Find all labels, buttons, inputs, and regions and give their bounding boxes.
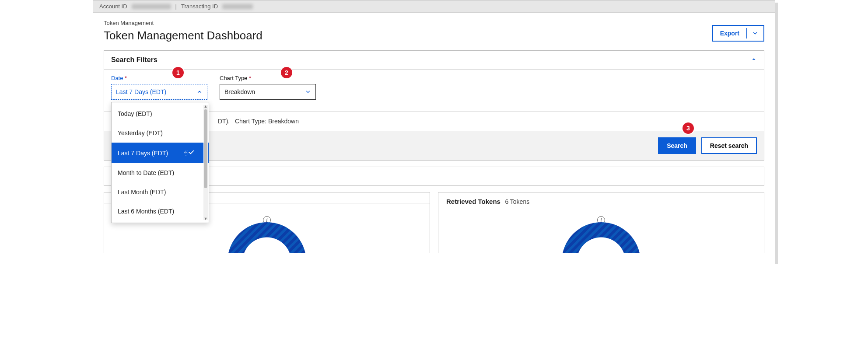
scrollbar-thumb[interactable] <box>204 109 207 188</box>
chart-type-caret <box>305 89 311 95</box>
triangle-up-icon <box>751 56 757 62</box>
account-id-label: Account ID <box>99 3 127 10</box>
search-filters-header[interactable]: Search Filters <box>104 51 764 69</box>
date-option-lastmonth[interactable]: Last Month (EDT) <box>112 182 209 202</box>
summary-date-fragment: DT), <box>218 118 230 125</box>
date-field: 1 Date Last 7 Days (EDT) Today (EDT) Yes… <box>111 75 207 100</box>
card-divider <box>438 211 764 211</box>
retrieved-tokens-title: Retrieved Tokens <box>446 198 500 205</box>
callout-3: 3 <box>682 122 694 134</box>
retrieved-tokens-card: Retrieved Tokens 6 Tokens i <box>438 192 764 253</box>
date-option-yesterday[interactable]: Yesterday (EDT) <box>112 123 209 143</box>
chevron-up-icon <box>196 89 203 95</box>
search-filters-title: Search Filters <box>111 56 158 64</box>
donut-chart-right <box>562 222 640 253</box>
export-button-label: Export <box>713 30 746 37</box>
chart-type-label: Chart Type <box>220 75 316 81</box>
dropdown-scrollbar[interactable]: ▲ ▼ <box>203 105 208 220</box>
date-option-last7-label: Last 7 Days (EDT) <box>118 150 168 157</box>
scroll-arrow-up-icon[interactable]: ▲ <box>203 104 208 108</box>
transacting-id-value-redacted <box>222 4 253 9</box>
filter-fields-row: 1 Date Last 7 Days (EDT) Today (EDT) Yes… <box>111 75 757 100</box>
account-bar: Account ID | Transacting ID <box>93 0 775 13</box>
date-option-mtd[interactable]: Month to Date (EDT) <box>112 163 209 182</box>
date-dropdown: Today (EDT) Yesterday (EDT) Last 7 Days … <box>111 102 209 223</box>
reset-search-button[interactable]: Reset search <box>701 137 757 154</box>
search-filters-panel: Search Filters 1 Date Last 7 Days (EDT) <box>104 50 764 161</box>
chart-type-field: 2 Chart Type Breakdown <box>220 75 316 100</box>
chevron-down-icon <box>752 30 758 36</box>
date-label: Date <box>111 75 207 81</box>
date-option-last6m[interactable]: Last 6 Months (EDT) <box>112 202 209 221</box>
export-caret[interactable] <box>747 30 763 36</box>
callout-2: 2 <box>281 67 292 78</box>
collapse-caret[interactable] <box>751 56 757 64</box>
date-select[interactable]: Last 7 Days (EDT) <box>111 84 207 100</box>
date-select-caret <box>196 89 203 95</box>
account-id-value-redacted <box>132 4 171 9</box>
chart-type-select[interactable]: Breakdown <box>220 84 316 100</box>
export-button[interactable]: Export <box>712 25 764 42</box>
chevron-down-icon <box>305 89 311 95</box>
chart-type-select-value: Breakdown <box>224 88 255 95</box>
donut-chart-left <box>228 222 306 253</box>
callout-1: 1 <box>172 67 184 78</box>
cursor-icon <box>183 150 190 158</box>
summary-chart-key: Chart Type <box>235 118 265 125</box>
page-title: Token Management Dashboard <box>104 29 764 42</box>
app-window: Account ID | Transacting ID Export Token… <box>93 0 775 264</box>
search-button[interactable]: Search <box>658 137 696 154</box>
breadcrumb: Token Management <box>104 20 764 26</box>
search-filters-body: 1 Date Last 7 Days (EDT) Today (EDT) Yes… <box>104 69 764 160</box>
date-option-today[interactable]: Today (EDT) <box>112 104 209 123</box>
content-area: Token Management Token Management Dashbo… <box>93 13 775 186</box>
scroll-arrow-down-icon[interactable]: ▼ <box>203 217 208 221</box>
retrieved-tokens-count: 6 Tokens <box>505 198 529 205</box>
summary-chart-val: Breakdown <box>268 118 299 125</box>
date-option-last7[interactable]: Last 7 Days (EDT) <box>112 143 209 163</box>
separator: | <box>175 3 177 10</box>
date-select-value: Last 7 Days (EDT) <box>116 88 166 95</box>
transacting-id-label: Transacting ID <box>181 3 218 10</box>
